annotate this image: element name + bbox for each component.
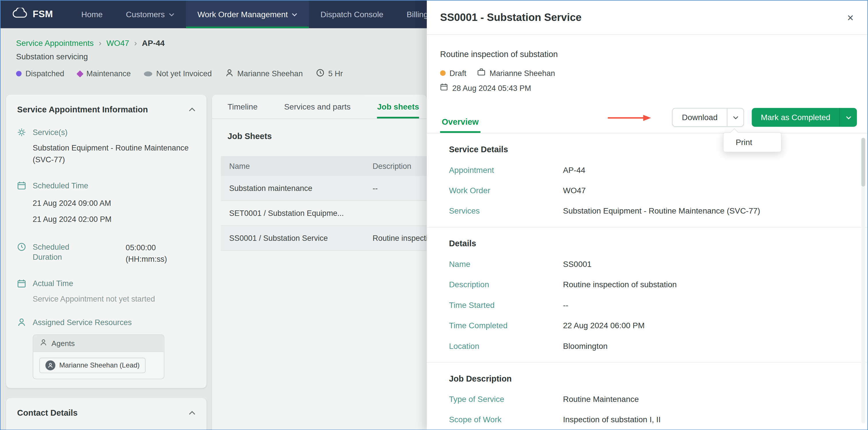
field-value: 22 Aug 2024 06:00 PM [563, 320, 855, 331]
nav-item-customers[interactable]: Customers [114, 1, 186, 28]
app-window: FSM Home Customers Work Order Management… [0, 0, 868, 430]
job-sheet-detail-panel: SS0001 - Substation Service × Routine in… [427, 1, 868, 430]
work-area-panel: Timeline Services and parts Job sheets J… [212, 95, 427, 430]
table-row[interactable]: Substation maintenance -- [221, 176, 427, 201]
duration-badge: 5 Hr [316, 68, 343, 79]
mark-as-completed-button[interactable]: Mark as Completed [752, 108, 839, 127]
breadcrumb: Service Appointments › WO47 › AP-44 [16, 38, 427, 48]
status-badge-invoice: Not yet Invoiced [144, 69, 212, 78]
tab-overview[interactable]: Overview [440, 110, 480, 133]
duration-value: 05:00:00 (HH:mm:ss) [126, 242, 187, 265]
card-title: Contact Details [17, 408, 78, 418]
person-icon [225, 68, 233, 79]
gear-icon [17, 128, 26, 137]
status-badge-maintenance: Maintenance [78, 69, 131, 78]
nav-item-work-order-management[interactable]: Work Order Management [186, 1, 309, 28]
field-value: Inspection of substation I, II [563, 414, 855, 425]
contact-details-card: Contact Details [6, 398, 207, 430]
resources-label: Assigned Service Resources [33, 317, 132, 327]
collapse-chevron-icon[interactable] [189, 410, 195, 415]
field-label: Scope of Work [449, 414, 563, 425]
agent-chip[interactable]: Marianne Sheehan (Lead) [39, 358, 146, 373]
created-datetime: 28 Aug 2024 05:43 PM [452, 84, 531, 92]
appointment-subtitle: Substation servicing [16, 52, 427, 61]
field-value: Bloomington [563, 341, 855, 351]
field-value: Substation Equipment - Routine Maintenan… [563, 206, 855, 216]
panel-title: SS0001 - Substation Service [440, 11, 582, 24]
person-icon [17, 318, 26, 327]
dispatched-status-icon [16, 71, 22, 76]
field-label: Work Order [449, 185, 563, 195]
fsm-cloud-logo-icon [12, 8, 28, 21]
brand[interactable]: FSM [1, 1, 70, 28]
download-button[interactable]: Download [673, 109, 727, 126]
avatar [45, 360, 55, 370]
actual-time-value: Service Appointment not yet started [33, 293, 199, 305]
field-label: Time Completed [449, 320, 563, 331]
clock-icon [17, 243, 26, 251]
field-label: Appointment [449, 165, 563, 175]
breadcrumb-current: AP-44 [142, 38, 164, 47]
mark-completed-chevron-down-icon[interactable] [839, 108, 857, 127]
breadcrumb-link-work-order[interactable]: WO47 [106, 38, 129, 47]
section-heading: Job Description [440, 374, 855, 384]
scrollbar-thumb[interactable] [861, 138, 865, 187]
close-icon[interactable]: × [847, 12, 854, 23]
scheduled-start: 21 Aug 2024 09:00 AM [33, 195, 199, 212]
section-heading: Service Details [440, 145, 855, 155]
chevron-down-icon [292, 12, 297, 16]
services-value: Substation Equipment - Routine Maintenan… [33, 142, 199, 165]
breadcrumb-link-service-appointments[interactable]: Service Appointments [16, 38, 94, 47]
owner-badge: Marianne Sheehan [477, 68, 555, 78]
job-sheets-heading: Job Sheets [227, 131, 427, 141]
field-value: SS0001 [563, 259, 855, 269]
tab-services-and-parts[interactable]: Services and parts [284, 95, 350, 118]
status-tag-row: Dispatched Maintenance Not yet Invoiced … [16, 68, 427, 79]
section-service-details: Service Details AppointmentAP-44 Work Or… [427, 133, 868, 227]
calendar-icon [17, 181, 26, 190]
agent-name: Marianne Sheehan (Lead) [59, 362, 140, 369]
scheduled-end: 21 Aug 2024 02:00 PM [33, 212, 199, 227]
column-header-name: Name [229, 162, 372, 171]
download-chevron-down-icon[interactable] [727, 109, 744, 126]
field-value: AP-44 [563, 165, 855, 175]
field-label: Type of Service [449, 394, 563, 404]
mark-completed-split-button: Mark as Completed [752, 108, 857, 127]
datetime-row: 28 Aug 2024 05:43 PM [440, 83, 855, 93]
agent-icon [40, 339, 47, 348]
calendar-icon [440, 83, 448, 93]
field-label: Description [449, 279, 563, 289]
breadcrumb-separator: › [99, 38, 101, 48]
download-split-button: Download [672, 108, 744, 127]
menu-item-print[interactable]: Print [723, 133, 781, 152]
briefcase-icon [477, 68, 486, 78]
collapse-chevron-icon[interactable] [189, 107, 195, 112]
tab-job-sheets[interactable]: Job sheets [377, 95, 419, 118]
context-header: Service Appointments › WO47 › AP-44 Subs… [1, 28, 427, 95]
actual-time-label: Actual Time [33, 278, 73, 288]
nav-item-dispatch-console[interactable]: Dispatch Console [309, 1, 395, 28]
scrollbar[interactable] [861, 138, 865, 423]
owner-badge: Marianne Sheehan [225, 68, 303, 79]
annotation-arrow-icon [607, 114, 652, 125]
duration-label: Scheduled Duration [33, 242, 93, 262]
table-row[interactable]: SS0001 / Substation Service Routine insp… [221, 226, 427, 251]
nav-item-home[interactable]: Home [70, 1, 114, 28]
chevron-down-icon [168, 12, 174, 16]
panel-description: Routine inspection of substation [440, 49, 855, 59]
draft-status-icon [440, 70, 445, 76]
field-value: Routine Maintenance [563, 394, 855, 404]
download-dropdown-menu: Print [723, 132, 782, 153]
field-label: Location [449, 341, 563, 351]
tab-bar: Timeline Services and parts Job sheets [212, 95, 427, 119]
job-sheets-table: Name Description Substation maintenance … [221, 156, 427, 251]
tab-timeline[interactable]: Timeline [227, 95, 258, 118]
field-label: Time Started [449, 300, 563, 310]
table-row[interactable]: SET0001 / Substation Equipme... [221, 201, 427, 226]
calendar-icon [17, 279, 26, 288]
brand-name: FSM [33, 9, 53, 20]
card-title: Service Appointment Information [17, 104, 148, 114]
agents-header: Agents [52, 339, 75, 347]
service-appointment-info-card: Service Appointment Information Service(… [6, 95, 207, 388]
status-badge-draft: Draft [440, 68, 466, 78]
